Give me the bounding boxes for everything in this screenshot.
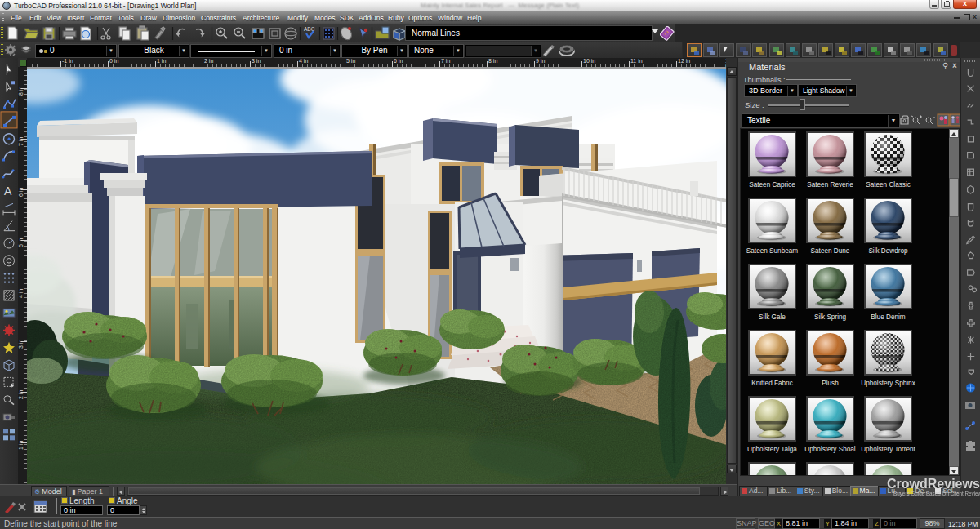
svg-text:Sateen Classic: Sateen Classic: [866, 181, 911, 189]
svg-text:Sateen Caprice: Sateen Caprice: [749, 181, 795, 189]
svg-text:A: A: [4, 184, 12, 198]
svg-text:Silk Dewdrop: Silk Dewdrop: [868, 247, 908, 255]
svg-text:Plush: Plush: [822, 380, 839, 387]
svg-text:Silk Spring: Silk Spring: [814, 313, 847, 321]
svg-text:Blue Denim: Blue Denim: [871, 313, 906, 321]
svg-text:Sateen Sunbeam: Sateen Sunbeam: [746, 247, 798, 255]
svg-text:Upholstery Sphinx: Upholstery Sphinx: [861, 380, 915, 387]
svg-text:Knitted Fabric: Knitted Fabric: [751, 380, 793, 387]
svg-text:Upholstery Torrent: Upholstery Torrent: [861, 446, 915, 453]
svg-text:Upholstery Shoal: Upholstery Shoal: [804, 446, 856, 453]
svg-text:Sateen Dune: Sateen Dune: [811, 247, 850, 255]
svg-text:Sateen Reverie: Sateen Reverie: [807, 181, 853, 189]
svg-text:Silk Gale: Silk Gale: [759, 313, 786, 321]
svg-text:Upholstery Taiga: Upholstery Taiga: [747, 446, 797, 453]
